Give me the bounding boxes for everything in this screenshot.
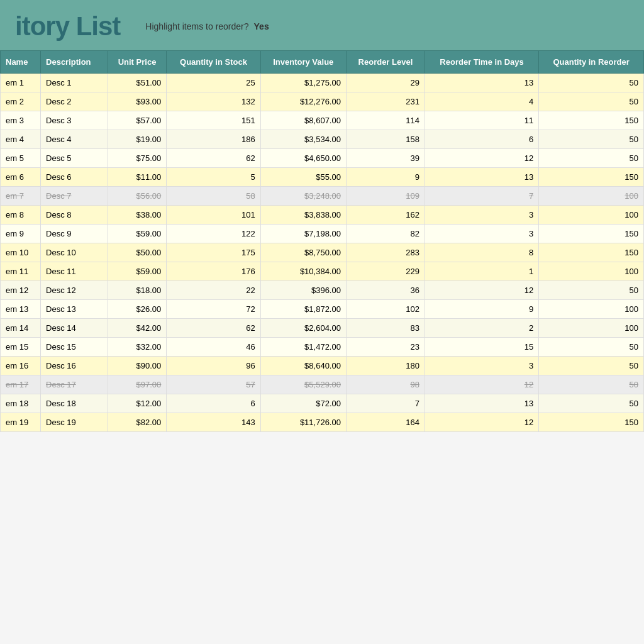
- highlight-question: Highlight items to reorder? Yes: [145, 21, 269, 31]
- table-row: em 16Desc 16$90.0096$8,640.00180350: [1, 357, 644, 375]
- table-row: em 2Desc 2$93.00132$12,276.00231450: [1, 92, 644, 111]
- table-row: em 8Desc 8$38.00101$3,838.001623100: [1, 206, 644, 225]
- table-row: em 11Desc 11$59.00176$10,384.002291100: [1, 262, 644, 281]
- col-qty-reorder: Quantity in Reorder: [539, 51, 644, 74]
- table-row: em 12Desc 12$18.0022$396.00361250: [1, 281, 644, 300]
- table-header-row: Name Description Unit Price Quantity in …: [1, 51, 644, 74]
- table-row: em 1Desc 1$51.0025$1,275.00291350: [1, 74, 644, 92]
- table-row: em 10Desc 10$50.00175$8,750.002838150: [1, 243, 644, 262]
- table-row: em 4Desc 4$19.00186$3,534.00158650: [1, 130, 644, 149]
- col-description: Description: [41, 51, 108, 74]
- table-row: em 19Desc 19$82.00143$11,726.0016412150: [1, 413, 644, 432]
- highlight-label: Highlight items to reorder?: [145, 21, 248, 31]
- col-inv-value: Inventory Value: [260, 51, 346, 74]
- highlight-answer: Yes: [254, 21, 269, 31]
- page-title: itory List: [15, 11, 120, 42]
- col-name: Name: [1, 51, 41, 74]
- table-wrapper: Name Description Unit Price Quantity in …: [0, 50, 644, 432]
- table-row: em 14Desc 14$42.0062$2,604.00832100: [1, 319, 644, 338]
- table-row: em 18Desc 18$12.006$72.0071350: [1, 394, 644, 413]
- col-reorder-days: Reorder Time in Days: [425, 51, 538, 74]
- table-row: em 3Desc 3$57.00151$8,607.0011411150: [1, 111, 644, 130]
- table-row: em 13Desc 13$26.0072$1,872.001029100: [1, 300, 644, 319]
- inventory-table: Name Description Unit Price Quantity in …: [0, 50, 644, 432]
- table-row: em 17Desc 17$97.0057$5,529.00981250: [1, 375, 644, 394]
- header-bar: itory List Highlight items to reorder? Y…: [0, 0, 644, 50]
- col-reorder-level: Reorder Level: [346, 51, 425, 74]
- table-row: em 7Desc 7$56.0058$3,248.001097100: [1, 187, 644, 206]
- table-row: em 6Desc 6$11.005$55.00913150: [1, 168, 644, 187]
- table-row: em 9Desc 9$59.00122$7,198.00823150: [1, 225, 644, 243]
- col-qty-stock: Quantity in Stock: [167, 51, 260, 74]
- table-row: em 15Desc 15$32.0046$1,472.00231550: [1, 338, 644, 357]
- table-row: em 5Desc 5$75.0062$4,650.00391250: [1, 149, 644, 168]
- col-unit-price: Unit Price: [108, 51, 167, 74]
